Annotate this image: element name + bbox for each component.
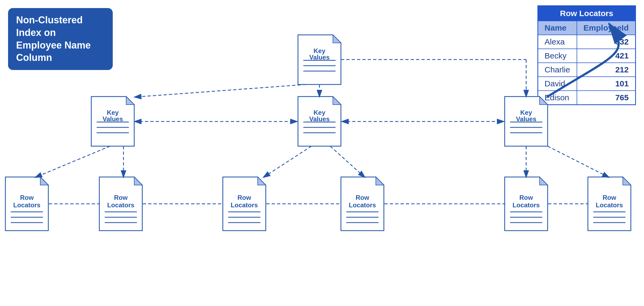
- svg-text:Locators: Locators: [231, 201, 258, 209]
- leaf-doc-4: Row Locators: [341, 177, 384, 231]
- leaf-doc-5: Row Locators: [505, 177, 548, 231]
- svg-text:Locators: Locators: [349, 201, 376, 209]
- svg-marker-45: [258, 177, 266, 185]
- svg-text:Key: Key: [314, 47, 326, 54]
- table-row: David 101: [538, 77, 635, 91]
- svg-text:Row: Row: [356, 194, 369, 201]
- svg-text:Locators: Locators: [13, 201, 40, 209]
- svg-marker-59: [540, 177, 548, 185]
- table-row: Becky 421: [538, 49, 635, 63]
- svg-text:Row: Row: [114, 194, 128, 201]
- leaf-doc-2: Row Locators: [99, 177, 142, 231]
- svg-text:Values: Values: [309, 115, 330, 123]
- svg-line-80: [263, 146, 311, 178]
- svg-text:Locators: Locators: [107, 201, 134, 209]
- name-alexa: Alexa: [538, 35, 577, 49]
- table-row: Alexa 932: [538, 35, 635, 49]
- svg-text:Values: Values: [516, 115, 536, 123]
- svg-marker-16: [298, 97, 341, 146]
- svg-marker-2: [298, 35, 341, 84]
- svg-text:Row: Row: [20, 194, 34, 201]
- svg-text:Key: Key: [520, 109, 532, 116]
- id-david: 101: [577, 77, 636, 91]
- svg-line-83: [548, 146, 609, 178]
- svg-marker-66: [623, 177, 631, 185]
- center-mid-doc: Key Values: [298, 97, 341, 146]
- svg-text:Key: Key: [107, 109, 119, 116]
- name-edison: Edison: [538, 91, 577, 105]
- name-becky: Becky: [538, 49, 577, 63]
- id-edison: 765: [577, 91, 636, 105]
- leaf-doc-1: Row Locators: [5, 177, 48, 231]
- col-id-header: EmployeeId: [577, 21, 636, 35]
- table-row: Edison 765: [538, 91, 635, 105]
- left-mid-doc: Key Values: [91, 97, 134, 146]
- svg-text:Values: Values: [103, 115, 123, 123]
- svg-text:Row: Row: [238, 194, 251, 201]
- svg-marker-17: [333, 97, 341, 105]
- svg-marker-44: [223, 177, 266, 231]
- svg-marker-58: [505, 177, 548, 231]
- title-text: Non-Clustered Index onEmployee Name Colu…: [16, 14, 91, 63]
- svg-marker-38: [134, 177, 142, 185]
- svg-marker-10: [126, 97, 134, 105]
- name-charlie: Charlie: [538, 63, 577, 77]
- svg-line-81: [330, 146, 365, 178]
- leaf-doc-6: Row Locators: [588, 177, 631, 231]
- svg-text:Values: Values: [309, 54, 330, 61]
- svg-text:Key: Key: [314, 109, 326, 116]
- root-doc: Key Values: [298, 35, 341, 84]
- svg-marker-31: [40, 177, 48, 185]
- svg-marker-37: [99, 177, 142, 231]
- svg-text:Row: Row: [603, 194, 616, 201]
- svg-marker-65: [588, 177, 631, 231]
- svg-text:Locators: Locators: [512, 201, 540, 209]
- id-alexa: 932: [577, 35, 636, 49]
- svg-marker-3: [333, 35, 341, 43]
- svg-marker-51: [341, 177, 384, 231]
- svg-line-72: [134, 84, 306, 97]
- col-name-header: Name: [538, 21, 577, 35]
- name-david: David: [538, 77, 577, 91]
- svg-marker-30: [5, 177, 48, 231]
- svg-marker-52: [376, 177, 384, 185]
- title-box: Non-Clustered Index onEmployee Name Colu…: [8, 8, 113, 70]
- leaf-doc-3: Row Locators: [223, 177, 266, 231]
- index-table: Row Locators Name EmployeeId Alexa 932 B…: [537, 5, 636, 105]
- table-row: Charlie 212: [538, 63, 635, 77]
- svg-text:Row: Row: [519, 194, 533, 201]
- svg-text:Locators: Locators: [596, 201, 623, 209]
- id-becky: 421: [577, 49, 636, 63]
- svg-line-78: [35, 146, 110, 178]
- id-charlie: 212: [577, 63, 636, 77]
- table-header: Row Locators: [538, 6, 635, 21]
- svg-marker-9: [91, 97, 134, 146]
